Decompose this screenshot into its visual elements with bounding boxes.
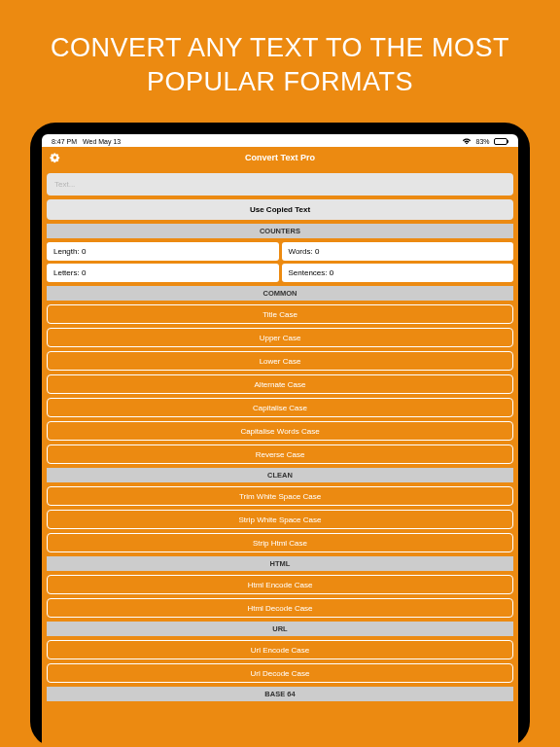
gear-icon[interactable] [50,153,60,163]
op-html-encode[interactable]: Html Encode Case [47,575,513,594]
op-capitalise-case[interactable]: Capitalise Case [47,398,513,417]
counters-grid: Length: 0 Words: 0 Letters: 0 Sentences:… [47,242,513,282]
counter-letters: Letters: 0 [47,264,279,282]
op-capitalise-words-case[interactable]: Capitalise Words Case [47,421,513,441]
op-trim-whitespace[interactable]: Trim White Space Case [47,486,513,506]
section-header-counters: COUNTERS [47,224,513,238]
section-header-base64: BASE 64 [47,687,513,701]
text-input[interactable]: Text... [47,173,513,196]
content-area: Text... Use Copied Text COUNTERS Length:… [42,168,518,747]
section-header-clean: CLEAN [47,468,513,482]
op-strip-html[interactable]: Strip Html Case [47,533,513,552]
op-alternate-case[interactable]: Alternate Case [47,374,513,394]
tablet-frame: 8:47 PM Wed May 13 83% Convert Text Pro … [30,123,530,747]
app-header: Convert Text Pro [42,147,518,168]
wifi-icon [462,137,472,146]
op-url-encode[interactable]: Url Encode Case [47,640,513,659]
op-upper-case[interactable]: Upper Case [47,328,513,347]
counter-sentences: Sentences: 0 [282,264,514,282]
promo-heading: CONVERT ANY TEXT TO THE MOST POPULAR FOR… [0,0,560,123]
status-bar: 8:47 PM Wed May 13 83% [42,134,518,147]
app-title: Convert Text Pro [245,153,315,162]
section-header-common: COMMON [47,286,513,301]
counter-length: Length: 0 [47,242,279,261]
op-strip-whitespace[interactable]: Strip White Space Case [47,510,513,529]
section-header-url: URL [47,622,513,636]
op-lower-case[interactable]: Lower Case [47,351,513,371]
battery-icon [494,138,509,145]
op-reverse-case[interactable]: Reverse Case [47,445,513,464]
counter-words: Words: 0 [282,242,514,261]
section-header-html: HTML [47,556,513,571]
op-title-case[interactable]: Title Case [47,304,513,324]
battery-percent: 83% [475,138,489,145]
op-url-decode[interactable]: Url Decode Case [47,663,513,683]
op-html-decode[interactable]: Html Decode Case [47,598,513,618]
use-copied-button[interactable]: Use Copied Text [47,199,513,220]
screen: 8:47 PM Wed May 13 83% Convert Text Pro … [42,134,518,747]
status-date: Wed May 13 [83,138,121,145]
status-time: 8:47 PM [52,138,77,145]
